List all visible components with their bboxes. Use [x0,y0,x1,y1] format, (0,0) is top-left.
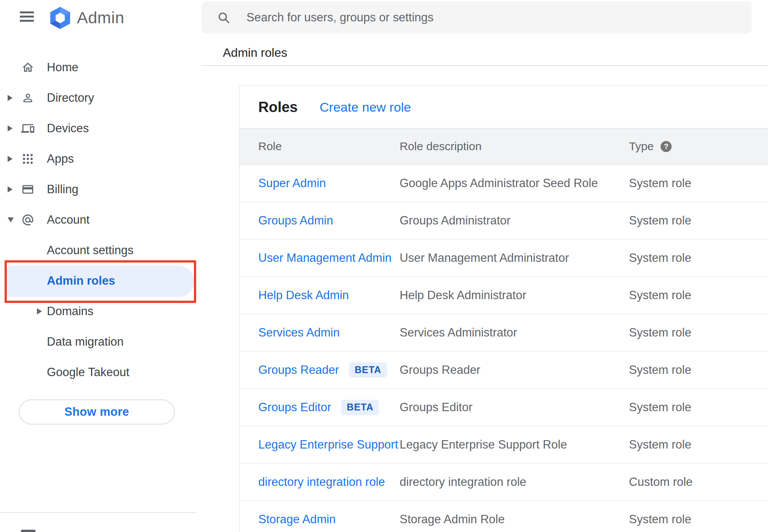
admin-logo-icon [49,6,72,29]
role-link[interactable]: Services Admin [258,326,340,340]
beta-badge: BETA [349,362,387,378]
table-row: Storage AdminStorage Admin RoleSystem ro… [240,501,768,532]
sidebar-item-admin-roles[interactable]: Admin roles [0,266,196,296]
role-link[interactable]: User Management Admin [258,251,392,265]
sidebar: Admin HomeDirectoryDevicesAppsBillingAcc… [0,0,196,532]
app-title: Admin [77,8,124,27]
sidebar-item-devices[interactable]: Devices [0,113,196,144]
breadcrumb-divider [202,65,768,66]
table-row: Groups AdminGroups AdministratorSystem r… [240,202,768,239]
role-description: Google Apps Administrator Seed Role [400,176,629,190]
sidebar-item-billing[interactable]: Billing [0,174,196,205]
role-type: System role [629,363,768,377]
sidebar-nav: HomeDirectoryDevicesAppsBillingAccountAc… [0,52,196,388]
table-row: User Management AdminUser Management Adm… [240,239,768,277]
search-input[interactable] [246,10,740,25]
table-row: Legacy Enterprise SupportLegacy Enterpri… [240,426,768,463]
role-link[interactable]: Groups Reader [258,363,339,377]
role-type: System role [629,288,768,302]
home-icon [21,61,34,74]
chevron-right-icon[interactable] [8,186,13,192]
sidebar-item-directory[interactable]: Directory [0,83,196,113]
role-description: Legacy Enterprise Support Role [400,438,629,452]
sidebar-footer-divider [0,512,196,513]
role-description: Storage Admin Role [400,513,629,526]
search-icon [217,11,230,24]
table-row: Groups EditorBETAGroups EditorSystem rol… [240,389,768,426]
role-description: Groups Editor [400,401,629,414]
table-header-row: Role Role description Type ? [240,128,768,165]
table-row: Super AdminGoogle Apps Administrator See… [240,165,768,202]
role-link[interactable]: Groups Editor [258,401,331,414]
table-row: Help Desk AdminHelp Desk AdministratorSy… [240,277,768,314]
chevron-right-icon[interactable] [8,125,13,131]
send-feedback-icon[interactable] [21,530,35,532]
sidebar-item-account-settings[interactable]: Account settings [0,235,196,266]
roles-card: Roles Create new role Role Role descript… [239,85,768,532]
chevron-right-icon[interactable] [37,308,42,314]
role-link[interactable]: Legacy Enterprise Support [258,438,398,452]
role-type: System role [629,401,768,414]
roles-table-body: Super AdminGoogle Apps Administrator See… [240,165,768,532]
role-link[interactable]: Storage Admin [258,513,336,526]
devices-icon [21,122,34,135]
role-description: Groups Reader [400,363,629,377]
sidebar-item-apps[interactable]: Apps [0,144,196,174]
apps-grid-icon [21,152,34,165]
column-header-type: Type ? [629,140,768,153]
roles-card-header: Roles Create new role [240,86,768,128]
sidebar-item-home[interactable]: Home [0,52,196,83]
help-icon[interactable]: ? [661,141,672,152]
sidebar-item-account[interactable]: Account [0,205,196,235]
role-link[interactable]: Groups Admin [258,214,333,228]
role-description: User Management Administrator [400,251,629,265]
role-description: Groups Administrator [400,214,629,228]
column-header-role-description: Role description [400,140,629,153]
role-type: System role [629,513,768,526]
role-type: System role [629,214,768,228]
person-icon [21,91,34,104]
role-description: Services Administrator [400,326,629,340]
role-link[interactable]: directory integration role [258,475,385,489]
sidebar-item-google-takeout[interactable]: Google Takeout [0,357,196,388]
menu-icon[interactable] [20,11,34,22]
at-sign-icon [21,213,34,226]
role-type: System role [629,438,768,452]
roles-title: Roles [258,99,298,115]
table-row: directory integration roledirectory inte… [240,463,768,501]
beta-badge: BETA [341,400,379,415]
column-header-role: Role [258,140,400,153]
credit-card-icon [21,183,34,196]
search-bar[interactable] [202,1,752,34]
chevron-right-icon[interactable] [8,156,13,162]
chevron-right-icon[interactable] [8,95,13,101]
sidebar-item-domains[interactable]: Domains [0,296,196,327]
role-link[interactable]: Super Admin [258,176,326,190]
role-type: Custom role [629,475,768,489]
sidebar-item-data-migration[interactable]: Data migration [0,327,196,357]
create-new-role-link[interactable]: Create new role [320,99,411,114]
role-link[interactable]: Help Desk Admin [258,288,349,302]
role-description: Help Desk Administrator [400,288,629,302]
chevron-down-icon[interactable] [8,218,14,223]
show-more-button[interactable]: Show more [19,399,175,425]
role-type: System role [629,176,768,190]
table-row: Groups ReaderBETAGroups ReaderSystem rol… [240,351,768,389]
table-row: Services AdminServices AdministratorSyst… [240,314,768,351]
role-type: System role [629,251,768,265]
role-type: System role [629,326,768,340]
role-description: directory integration role [400,475,629,489]
breadcrumb: Admin roles [223,46,287,60]
